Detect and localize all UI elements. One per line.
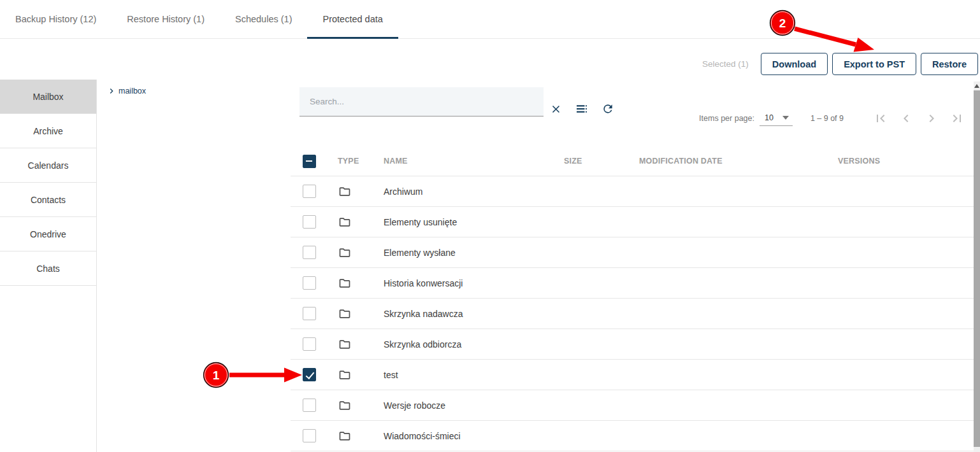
action-toolbar: Selected (1) Download Export to PST Rest…	[702, 53, 978, 75]
column-header-size[interactable]: SIZE	[564, 157, 639, 166]
folder-icon	[338, 216, 351, 229]
row-name: Wersje robocze	[384, 400, 564, 411]
table-row[interactable]: Skrzynka nadawcza	[291, 299, 974, 329]
search-input[interactable]	[299, 87, 544, 117]
clear-search-button[interactable]	[548, 101, 563, 117]
column-header-name[interactable]: NAME	[384, 157, 564, 166]
table-row[interactable]: Elementy wysłane	[291, 237, 974, 268]
table-row[interactable]: Skrzynka odbiorcza	[291, 329, 974, 360]
next-page-button[interactable]	[924, 111, 939, 126]
sidebar-item-calendars[interactable]: Calendars	[0, 148, 96, 183]
page-range-label: 1 – 9 of 9	[811, 114, 844, 123]
tree-node-mailbox[interactable]: mailbox	[106, 86, 146, 96]
export-to-pst-button[interactable]: Export to PST	[832, 53, 916, 75]
table-row[interactable]: Historia konwersacji	[291, 268, 974, 299]
last-page-button[interactable]	[949, 111, 965, 126]
sidebar-item-archive[interactable]: Archive	[0, 114, 96, 148]
close-icon	[550, 103, 562, 115]
tab-restore-history[interactable]: Restore History (1)	[112, 0, 220, 38]
sidebar: Mailbox Archive Calendars Contacts Onedr…	[0, 80, 97, 452]
tab-schedules[interactable]: Schedules (1)	[220, 0, 307, 38]
sidebar-item-mailbox[interactable]: Mailbox	[0, 80, 96, 114]
row-checkbox[interactable]	[303, 337, 316, 351]
select-all-checkbox[interactable]	[303, 155, 316, 168]
folder-icon	[338, 246, 351, 259]
row-checkbox[interactable]	[303, 246, 316, 259]
table-row[interactable]: Wiadomości-śmieci	[291, 421, 974, 451]
vertical-scrollbar[interactable]	[974, 81, 980, 452]
tab-backup-history[interactable]: Backup History (12)	[0, 0, 112, 38]
first-page-button[interactable]	[873, 111, 888, 126]
scroll-up-arrow-icon[interactable]	[974, 81, 980, 90]
table-row[interactable]: Elementy usunięte	[291, 207, 974, 237]
tree-node-label: mailbox	[119, 87, 146, 95]
restore-button[interactable]: Restore	[921, 53, 978, 75]
tab-protected-data[interactable]: Protected data	[307, 0, 398, 38]
scrollbar-thumb[interactable]	[974, 90, 980, 447]
row-checkbox[interactable]	[303, 215, 316, 229]
folder-icon	[338, 338, 351, 351]
row-name: Historia konwersacji	[384, 278, 564, 288]
table-row[interactable]: Archiwum	[291, 176, 974, 207]
filter-button[interactable]	[574, 101, 589, 117]
row-name: Skrzynka nadawcza	[384, 309, 564, 319]
folder-icon	[338, 277, 351, 290]
refresh-button[interactable]	[600, 101, 616, 117]
row-name: test	[384, 370, 564, 380]
column-header-versions[interactable]: VERSIONS	[838, 157, 974, 166]
row-name: Archiwum	[384, 187, 564, 197]
row-name: Skrzynka odbiorcza	[384, 339, 564, 350]
items-per-page-select[interactable]: 10	[760, 111, 793, 126]
row-checkbox[interactable]	[303, 185, 316, 198]
selected-count-label: Selected (1)	[702, 59, 749, 69]
refresh-icon	[602, 102, 614, 115]
annotation-number-1: 1	[213, 369, 220, 382]
annotation-step-1: 1	[204, 363, 303, 388]
folder-icon	[338, 430, 351, 442]
sidebar-item-onedrive[interactable]: Onedrive	[0, 217, 96, 251]
dropdown-arrow-icon	[782, 116, 789, 120]
sidebar-item-contacts[interactable]: Contacts	[0, 183, 96, 217]
paginator: Items per page: 10 1 – 9 of 9	[699, 106, 965, 131]
row-checkbox[interactable]	[303, 399, 316, 412]
items-per-page-label: Items per page:	[699, 114, 754, 123]
previous-page-button[interactable]	[898, 111, 914, 126]
row-checkbox[interactable]	[303, 276, 316, 290]
folder-icon	[338, 369, 351, 381]
table-header: TYPE NAME SIZE MODIFICATION DATE VERSION…	[291, 146, 974, 176]
filter-list-icon	[575, 102, 588, 115]
top-tab-bar: Backup History (12) Restore History (1) …	[0, 0, 980, 39]
search-actions	[548, 101, 626, 117]
chevron-right-icon[interactable]	[106, 86, 117, 96]
row-name: Wiadomości-śmieci	[384, 431, 564, 441]
row-name: Elementy wysłane	[384, 248, 564, 258]
row-name: Elementy usunięte	[384, 217, 564, 227]
items-per-page-value: 10	[765, 113, 774, 122]
folder-icon	[338, 399, 351, 412]
row-checkbox[interactable]	[303, 307, 316, 320]
folder-icon	[338, 307, 351, 320]
column-header-modification-date[interactable]: MODIFICATION DATE	[639, 157, 838, 166]
folder-icon	[338, 185, 351, 198]
download-button[interactable]: Download	[761, 53, 828, 75]
table-row[interactable]: test	[291, 360, 974, 390]
row-checkbox[interactable]	[303, 368, 316, 381]
row-checkbox[interactable]	[303, 429, 316, 442]
table-row[interactable]: Wersje robocze	[291, 390, 974, 421]
column-header-type[interactable]: TYPE	[338, 157, 384, 166]
table-body: Archiwum Elementy usunięte Elementy wysł…	[291, 176, 974, 451]
sidebar-item-chats[interactable]: Chats	[0, 251, 96, 286]
